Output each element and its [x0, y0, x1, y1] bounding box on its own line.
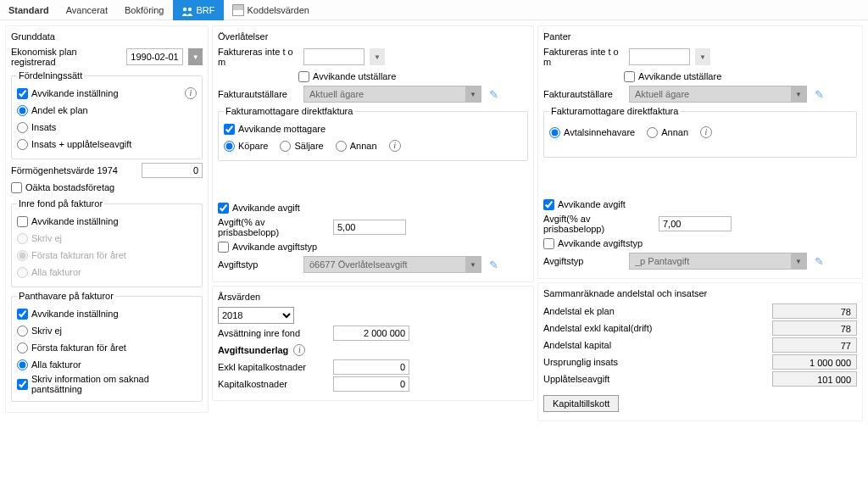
inrefond-avvik-label: Avvikande inställning	[31, 216, 119, 226]
fordel-insatsuppl-radio[interactable]: Insats + upplåtelseavgift	[17, 139, 131, 150]
panter-avvikavg-check[interactable]: Avvikande avgift	[543, 199, 626, 210]
fordel-andel-radio[interactable]: Andel ek plan	[17, 105, 88, 116]
overlat-avvikavg-label: Avvikande avgift	[232, 203, 300, 213]
panter-faktinte-picker-icon[interactable]: ▼	[695, 48, 710, 65]
svg-point-1	[187, 7, 191, 10]
overlat-saljare-radio[interactable]: Säljare	[280, 141, 323, 152]
panter-faktutst-value: Aktuell ägare	[630, 89, 791, 99]
overlat-annan-label: Annan	[350, 141, 377, 151]
panth-forsta-radio[interactable]: Första fakturan för året	[17, 342, 126, 353]
inrefond-skrivej-label: Skriv ej	[31, 233, 62, 243]
inrefond-forsta-radio: Första fakturan för året	[17, 250, 126, 261]
inrefond-legend: Inre fond på fakturor	[17, 198, 104, 209]
panter-faktutst-combo: Aktuell ägare ▼	[629, 86, 807, 103]
arsv-title: Årsvärden	[218, 290, 528, 305]
info-icon[interactable]	[700, 126, 712, 138]
panter-fm-legend: Fakturamottagare direktfaktura	[549, 106, 680, 116]
overlat-faktutst-combo: Aktuell ägare ▼	[303, 86, 481, 103]
overlat-faktutst-label: Fakturautställare	[218, 89, 298, 99]
formogen-input[interactable]	[142, 163, 203, 178]
chevron-down-icon: ▼	[465, 257, 481, 272]
panter-avgiftpb-label: Avgift(% av prisbasbelopp)	[543, 214, 654, 234]
overlat-avvikmott-check[interactable]: Avvikande mottagare	[224, 124, 326, 135]
arsv-kap-input[interactable]	[333, 376, 409, 392]
arsv-year-select[interactable]: 2018	[218, 307, 294, 324]
fordel-andel-label: Andel ek plan	[31, 105, 88, 115]
panter-avviktyp-label: Avvikande avgiftstyp	[558, 238, 643, 248]
panth-saknad-label: Skriv information om saknad pantsättning	[31, 374, 197, 394]
overlat-avgtyp-combo: ö6677 Överlåtelseavgift ▼	[303, 256, 481, 273]
inrefond-skrivej-radio: Skriv ej	[17, 233, 62, 244]
panter-avgtyp-label: Avgiftstyp	[543, 256, 624, 266]
panth-saknad-check[interactable]: Skriv information om saknad pantsättning	[17, 374, 197, 394]
fordelningssatt-fieldset: Fördelningssätt Avvikande inställning An…	[11, 70, 203, 159]
arsv-avsinre-input[interactable]	[333, 326, 409, 341]
oakta-label: Oäkta bostadsföretag	[25, 182, 114, 192]
overlat-avgtyp-label: Avgiftstyp	[218, 259, 298, 270]
samman-exkldrift-label: Andelstal exkl kapital(drift)	[543, 323, 662, 333]
edit-icon[interactable]	[487, 88, 500, 101]
fordel-avvik-check[interactable]: Avvikande inställning	[17, 88, 119, 99]
overlat-avgiftpb-label: Avgift(% av prisbasbelopp)	[218, 217, 328, 237]
panter-section: Panter Faktureras inte t o m ▼ Avvikande…	[537, 25, 863, 279]
edit-icon[interactable]	[812, 255, 826, 268]
arsv-exklkap-input[interactable]	[333, 359, 409, 375]
content: Grunddata Ekonomisk plan registrerad 199…	[0, 20, 868, 430]
overlat-saljare-label: Säljare	[294, 141, 323, 151]
panth-alla-radio[interactable]: Alla fakturor	[17, 359, 81, 370]
overlat-faktinte-date[interactable]	[303, 48, 364, 65]
overlat-kopare-radio[interactable]: Köpare	[224, 141, 268, 152]
plan-date-picker-icon[interactable]: ▼	[188, 48, 203, 65]
panter-faktinte-date[interactable]	[629, 48, 690, 65]
info-icon[interactable]	[389, 140, 401, 152]
plan-date[interactable]: 1990-02-01	[126, 48, 184, 65]
chevron-down-icon: ▼	[465, 86, 481, 102]
tab-avancerat[interactable]: Avancerat	[58, 0, 116, 20]
overlat-avviktyp-check[interactable]: Avvikande avgiftstyp	[218, 242, 317, 253]
overlat-avvikutst-check[interactable]: Avvikande utställare	[298, 71, 396, 82]
panter-avtals-label: Avtalsinnehavare	[564, 127, 635, 137]
kapitaltillskott-button[interactable]: Kapitaltillskott	[543, 395, 619, 412]
overlatelser-section: Överlåtelser Faktureras inte t o m ▼ Avv…	[212, 25, 534, 282]
overlat-faktmott-fieldset: Fakturamottagare direktfaktura Avvikande…	[218, 106, 528, 161]
panter-avgift-input[interactable]	[659, 216, 732, 231]
formogen-label: Förmögenhetsvärde 1974	[11, 165, 118, 175]
oakta-check[interactable]: Oäkta bostadsföretag	[11, 182, 114, 193]
panter-avtals-radio[interactable]: Avtalsinnehavare	[549, 127, 635, 138]
panter-title: Panter	[543, 30, 857, 45]
panth-avvik-check[interactable]: Avvikande inställning	[17, 309, 119, 320]
info-icon[interactable]	[185, 87, 197, 99]
edit-icon[interactable]	[812, 88, 826, 101]
tab-bokforing[interactable]: Bokföring	[116, 0, 172, 20]
panter-annan-radio[interactable]: Annan	[647, 127, 688, 138]
fordel-avvik-label: Avvikande inställning	[31, 88, 119, 98]
samman-urspr-label: Ursprunglig insats	[543, 357, 662, 367]
panter-avvikutst-check[interactable]: Avvikande utställare	[624, 71, 721, 82]
panth-skrivej-radio[interactable]: Skriv ej	[17, 326, 62, 337]
overlat-avgtyp-value: ö6677 Överlåtelseavgift	[304, 259, 465, 270]
tab-brf-label: BRF	[197, 0, 215, 20]
panter-avviktyp-check[interactable]: Avvikande avgiftstyp	[543, 238, 643, 249]
panth-forsta-label: Första fakturan för året	[31, 342, 126, 353]
panth-skrivej-label: Skriv ej	[31, 326, 62, 336]
brf-icon	[181, 4, 193, 16]
tab-brf[interactable]: BRF	[173, 0, 224, 20]
overlat-avvikutst-label: Avvikande utställare	[313, 71, 396, 81]
tab-bar: Standard Avancerat Bokföring BRF Koddels…	[0, 0, 868, 20]
overlat-title: Överlåtelser	[218, 30, 528, 45]
panter-faktinte-label: Faktureras inte t o m	[543, 47, 624, 67]
inrefond-avvik-check[interactable]: Avvikande inställning	[17, 216, 119, 227]
overlat-avgift-input[interactable]	[333, 220, 406, 235]
overlat-annan-radio[interactable]: Annan	[336, 141, 377, 152]
tab-standard[interactable]: Standard	[0, 0, 58, 20]
overlat-faktutst-value: Aktuell ägare	[304, 89, 465, 99]
overlat-avvikavg-check[interactable]: Avvikande avgift	[218, 203, 300, 214]
fordel-insats-radio[interactable]: Insats	[17, 122, 56, 133]
overlat-faktinte-picker-icon[interactable]: ▼	[370, 48, 385, 65]
info-icon[interactable]	[293, 344, 305, 356]
grunddata-title: Grunddata	[11, 30, 203, 45]
edit-icon[interactable]	[487, 259, 500, 271]
panth-alla-label: Alla fakturor	[31, 359, 81, 370]
arsvarden-section: Årsvärden 2018 Avsättning inre fond Avgi…	[212, 286, 534, 401]
tab-koddelsvarden[interactable]: Koddelsvärden	[224, 0, 318, 20]
